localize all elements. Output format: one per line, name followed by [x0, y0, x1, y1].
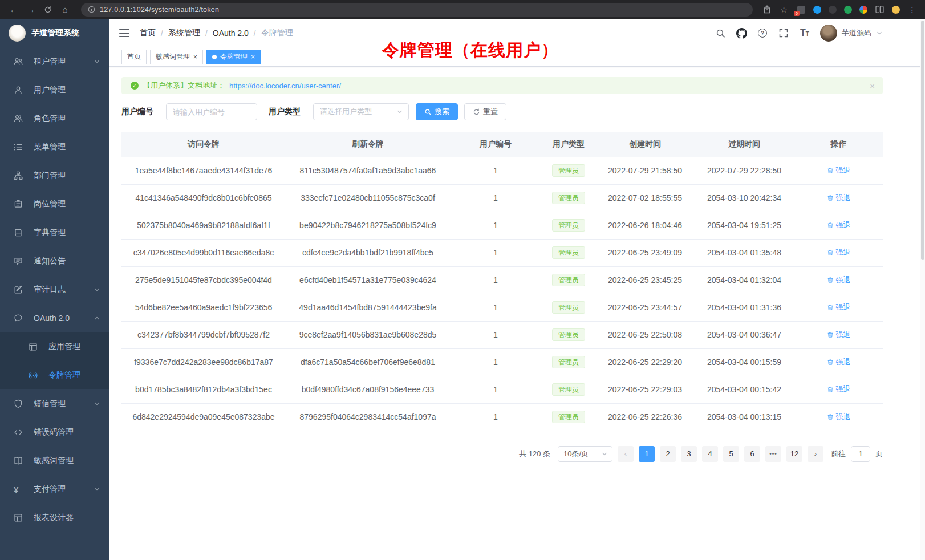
force-logout-button[interactable]: 强退 — [827, 193, 851, 203]
sidebar-item-dept[interactable]: 部门管理 — [0, 161, 109, 190]
help-icon[interactable]: ? — [757, 27, 768, 39]
close-icon[interactable]: × — [870, 81, 875, 91]
sidebar-item-error-code[interactable]: 错误码管理 — [0, 418, 109, 447]
sidebar-item-notice[interactable]: 通知公告 — [0, 247, 109, 275]
table-row: 275e5de9151045fe87cbdc395e004f4d e6cfd40… — [121, 266, 883, 294]
pagination: 共 120 条 10条/页 ‹ 1 2 3 4 5 6 ••• 12 › 前往 … — [121, 446, 883, 462]
force-logout-button[interactable]: 强退 — [827, 247, 851, 258]
breadcrumb-item[interactable]: OAuth 2.0 — [213, 29, 249, 38]
page-size-select[interactable]: 10条/页 — [558, 446, 612, 462]
sidebar-item-payment[interactable]: ¥ 支付管理 — [0, 475, 109, 504]
sidebar-item-user[interactable]: 用户管理 — [0, 76, 109, 104]
tab-sensitive-word[interactable]: 敏感词管理 × — [150, 50, 203, 64]
browser-menu-icon[interactable]: ⋮ — [907, 5, 917, 14]
user-type-select[interactable]: 请选择用户类型 — [313, 103, 409, 120]
back-icon[interactable]: ← — [7, 3, 21, 17]
force-logout-button[interactable]: 强退 — [827, 275, 851, 285]
delete-icon — [827, 222, 834, 229]
force-logout-button[interactable]: 强退 — [827, 220, 851, 230]
github-icon[interactable] — [736, 27, 747, 39]
table-row: 1ea5e44f8bc1467aaede43144f31de76 811c530… — [121, 157, 883, 184]
bookmark-star-icon[interactable]: ☆ — [779, 5, 789, 14]
search-button[interactable]: 搜索 — [416, 103, 458, 120]
page-button-3[interactable]: 3 — [681, 446, 697, 462]
col-refresh-token: 刷新令牌 — [286, 132, 450, 157]
user-type-badge: 管理员 — [552, 356, 585, 368]
report-icon — [14, 513, 26, 522]
col-actions: 操作 — [794, 132, 883, 157]
page-button-1[interactable]: 1 — [639, 446, 655, 462]
force-logout-button[interactable]: 强退 — [827, 302, 851, 313]
scrollbar-thumb[interactable] — [921, 21, 924, 260]
force-logout-button[interactable]: 强退 — [827, 384, 851, 395]
doc-link[interactable]: https://doc.iocoder.cn/user-center/ — [229, 82, 341, 90]
force-logout-button[interactable]: 强退 — [827, 357, 851, 367]
scrollbar-track[interactable] — [920, 19, 925, 560]
sidebar-item-app-manage[interactable]: 应用管理 — [0, 332, 109, 361]
sidebar-item-menu[interactable]: 菜单管理 — [0, 133, 109, 161]
extension-multicolor-icon[interactable] — [859, 6, 867, 14]
extension-blue-icon[interactable] — [813, 6, 821, 14]
site-info-icon[interactable] — [88, 6, 95, 13]
app-logo[interactable]: 芋道管理系统 — [0, 19, 109, 47]
font-size-icon[interactable]: TT — [799, 27, 810, 39]
fullscreen-icon[interactable] — [778, 27, 789, 39]
sidebar-item-sms[interactable]: 短信管理 — [0, 389, 109, 418]
app-title: 芋道管理系统 — [31, 28, 79, 38]
page-button-2[interactable]: 2 — [660, 446, 676, 462]
sidebar-item-oauth[interactable]: OAuth 2.0 — [0, 304, 109, 332]
delete-icon — [827, 331, 834, 338]
force-logout-button[interactable]: 强退 — [827, 330, 851, 340]
sidebar-menu: 租户管理 用户管理 角色管理 菜单管理 部门管理 岗位管理 — [0, 47, 109, 560]
breadcrumb-item[interactable]: 系统管理 — [168, 28, 200, 38]
url-text: 127.0.0.1:1024/system/oauth2/token — [100, 6, 219, 14]
delete-icon — [827, 413, 834, 420]
close-icon[interactable]: × — [193, 54, 197, 60]
extension-green-icon[interactable] — [844, 6, 852, 14]
chevron-down-icon — [94, 286, 100, 293]
extension-badged-icon[interactable]: 0 — [796, 5, 806, 14]
split-view-icon[interactable] — [875, 5, 885, 14]
refresh-icon — [473, 108, 480, 116]
page-button-6[interactable]: 6 — [744, 446, 760, 462]
delete-icon — [827, 359, 834, 366]
goto-page-input[interactable] — [851, 446, 870, 462]
pagination-more-button[interactable]: ••• — [765, 446, 781, 462]
sidebar-item-post[interactable]: 岗位管理 — [0, 190, 109, 218]
sidebar-item-report-designer[interactable]: 报表设计器 — [0, 504, 109, 532]
prev-page-button[interactable]: ‹ — [618, 446, 634, 462]
url-bar[interactable]: 127.0.0.1:1024/system/oauth2/token — [81, 3, 753, 17]
next-page-button[interactable]: › — [808, 446, 823, 462]
share-icon[interactable] — [762, 5, 772, 14]
force-logout-button[interactable]: 强退 — [827, 165, 851, 176]
collapse-sidebar-button[interactable] — [119, 27, 130, 39]
sidebar-item-audit-log[interactable]: 审计日志 — [0, 275, 109, 304]
force-logout-button[interactable]: 强退 — [827, 412, 851, 422]
home-icon[interactable]: ⌂ — [58, 3, 72, 17]
breadcrumb-separator: / — [161, 29, 163, 38]
search-icon[interactable] — [715, 27, 726, 39]
sidebar-item-role[interactable]: 角色管理 — [0, 104, 109, 133]
close-icon[interactable]: × — [251, 54, 255, 60]
extension-dark-icon[interactable] — [829, 6, 837, 14]
sidebar-item-tenant[interactable]: 租户管理 — [0, 47, 109, 76]
sidebar-item-token-manage[interactable]: 令牌管理 — [0, 361, 109, 389]
col-create-time: 创建时间 — [596, 132, 694, 157]
reset-button[interactable]: 重置 — [464, 103, 506, 120]
user-id-input[interactable] — [166, 103, 257, 120]
reload-icon[interactable] — [41, 3, 55, 17]
delete-icon — [827, 304, 834, 311]
tab-token-manage[interactable]: 令牌管理 × — [206, 50, 261, 64]
tab-home[interactable]: 首页 — [121, 50, 147, 64]
profile-avatar-icon[interactable] — [892, 6, 900, 14]
chevron-down-icon — [601, 451, 608, 457]
breadcrumb-item[interactable]: 首页 — [140, 28, 156, 38]
active-dot-icon — [212, 55, 217, 59]
sidebar-item-sensitive-word[interactable]: 敏感词管理 — [0, 447, 109, 475]
forward-icon[interactable]: → — [24, 3, 38, 17]
sidebar-item-dict[interactable]: 字典管理 — [0, 218, 109, 247]
page-button-4[interactable]: 4 — [702, 446, 718, 462]
page-button-5[interactable]: 5 — [723, 446, 739, 462]
page-button-12[interactable]: 12 — [786, 446, 802, 462]
user-menu[interactable]: 芋道源码 — [820, 25, 883, 42]
